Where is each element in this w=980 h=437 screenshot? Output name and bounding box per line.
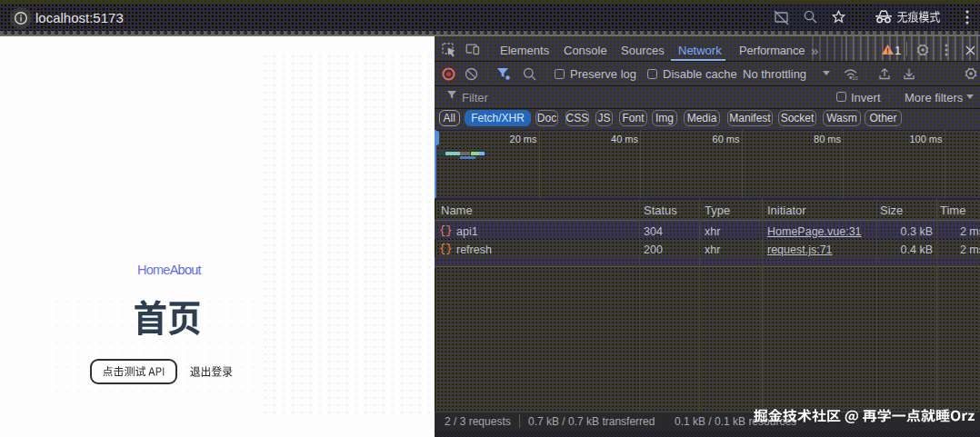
svg-text:10: 10 bbox=[852, 75, 858, 80]
